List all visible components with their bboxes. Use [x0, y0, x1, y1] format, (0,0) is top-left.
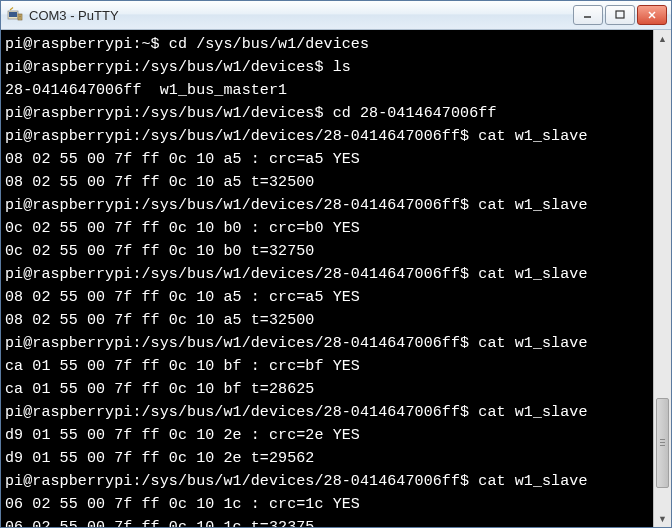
console-area: pi@raspberrypi:~$ cd /sys/bus/w1/devices…	[1, 30, 671, 527]
scroll-up-arrow[interactable]: ▲	[654, 30, 671, 47]
svg-line-6	[10, 8, 13, 11]
putty-window: COM3 - PuTTY pi@raspberrypi:~$ cd /sys/b…	[0, 0, 672, 528]
close-button[interactable]	[637, 5, 667, 25]
minimize-button[interactable]	[573, 5, 603, 25]
window-title: COM3 - PuTTY	[29, 8, 573, 23]
scroll-thumb[interactable]	[656, 398, 669, 488]
vertical-scrollbar[interactable]: ▲ ▼	[653, 30, 671, 527]
svg-rect-8	[616, 11, 624, 18]
putty-icon	[7, 7, 23, 23]
terminal-output[interactable]: pi@raspberrypi:~$ cd /sys/bus/w1/devices…	[1, 30, 653, 527]
maximize-button[interactable]	[605, 5, 635, 25]
titlebar[interactable]: COM3 - PuTTY	[1, 1, 671, 30]
scroll-down-arrow[interactable]: ▼	[654, 510, 671, 527]
svg-rect-1	[9, 12, 17, 17]
window-controls	[573, 5, 667, 25]
